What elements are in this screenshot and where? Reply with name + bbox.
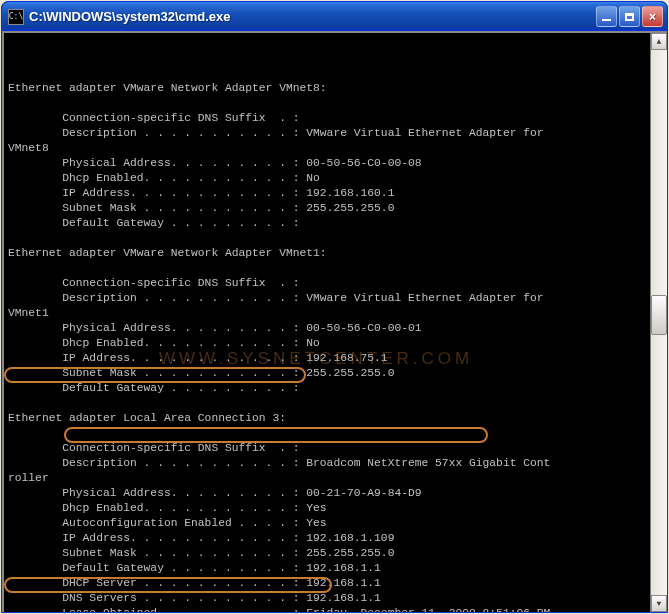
- app-icon: C:\: [8, 9, 24, 25]
- window-title: C:\WINDOWS\system32\cmd.exe: [29, 9, 596, 24]
- scroll-up-button[interactable]: ▲: [651, 33, 667, 50]
- window-controls: ×: [596, 6, 663, 27]
- chevron-down-icon: ▼: [657, 596, 662, 611]
- console-output: Ethernet adapter VMware Network Adapter …: [2, 31, 667, 612]
- maximize-button[interactable]: [619, 6, 640, 27]
- cmd-window: C:\ C:\WINDOWS\system32\cmd.exe × Ethern…: [1, 1, 668, 613]
- scroll-down-button[interactable]: ▼: [651, 595, 667, 612]
- close-button[interactable]: ×: [642, 6, 663, 27]
- minimize-button[interactable]: [596, 6, 617, 27]
- vertical-scrollbar[interactable]: ▲ ▼: [650, 33, 667, 612]
- titlebar[interactable]: C:\ C:\WINDOWS\system32\cmd.exe ×: [2, 2, 667, 31]
- scrollbar-track[interactable]: [651, 50, 667, 595]
- chevron-up-icon: ▲: [657, 34, 662, 49]
- app-icon-text: C:\: [9, 12, 23, 21]
- scrollbar-thumb[interactable]: [651, 295, 667, 335]
- watermark-text: WWW.SYSNETCENTER.COM: [159, 351, 473, 366]
